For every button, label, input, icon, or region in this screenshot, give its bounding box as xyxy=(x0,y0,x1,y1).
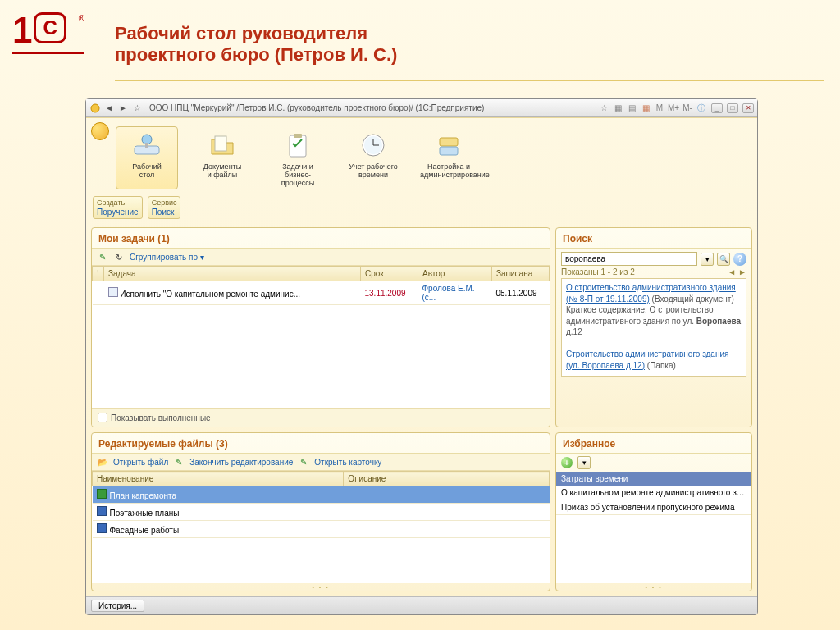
col-due[interactable]: Срок xyxy=(361,267,418,281)
slide-title-line2: проектного бюро (Петров И. С.) xyxy=(115,44,397,65)
desktop-icon xyxy=(130,130,163,160)
fav-more-button[interactable]: ▾ xyxy=(578,456,591,469)
search-dropdown-button[interactable]: ▾ xyxy=(701,253,714,266)
server-icon xyxy=(432,130,465,160)
svg-rect-3 xyxy=(145,143,148,148)
maximize-button[interactable]: □ xyxy=(727,103,738,113)
edit-icon[interactable]: ✎ xyxy=(97,251,108,262)
panel-search-header: Поиск xyxy=(556,228,751,249)
panel-favorites-header: Избранное xyxy=(556,433,751,454)
xls-icon xyxy=(97,489,107,499)
statusbar: История... xyxy=(86,596,757,614)
window-titlebar: ◄ ► ☆ ООО НПЦ "Меркурий" /Петров И.С. (р… xyxy=(86,99,757,117)
col-priority[interactable]: ! xyxy=(93,267,104,281)
open-file-icon: 📂 xyxy=(97,456,108,468)
search-go-button[interactable]: 🔍 xyxy=(717,253,730,266)
table-row[interactable]: Исполнить "О капитальном ремонте админис… xyxy=(93,281,550,305)
tab-desktop[interactable]: Рабочийстол xyxy=(116,126,178,189)
open-card-icon: ✎ xyxy=(298,456,309,468)
help-icon[interactable]: ? xyxy=(733,253,746,266)
panel-files: Редактируемые файлы (3) 📂Открыть файл ✎З… xyxy=(91,432,550,591)
clipboard-icon xyxy=(281,130,314,160)
favorites-group[interactable]: Затраты времени xyxy=(556,472,751,486)
group-create: Создать Поручение xyxy=(93,196,143,219)
info-icon[interactable]: ⓘ xyxy=(696,103,707,114)
col-name[interactable]: Наименование xyxy=(93,472,344,486)
clock-icon xyxy=(357,130,390,160)
panel-my-tasks-header: Мои задачи (1) xyxy=(92,228,550,249)
files-table[interactable]: Наименование Описание План капремонта По… xyxy=(92,471,550,538)
resize-grip[interactable]: • • • xyxy=(556,583,751,591)
nav-fwd-icon[interactable]: ► xyxy=(117,103,129,114)
window-title: ООО НПЦ "Меркурий" /Петров И.С. (руковод… xyxy=(149,103,598,112)
finish-edit-link[interactable]: Закончить редактирование xyxy=(189,458,293,467)
svg-rect-5 xyxy=(290,135,306,157)
doc-icon xyxy=(97,506,107,516)
tab-label: Рабочий xyxy=(132,162,161,171)
service-search-link[interactable]: Поиск xyxy=(152,208,177,217)
search-prev[interactable]: ◄ xyxy=(728,267,736,276)
tasks-table[interactable]: ! Задача Срок Автор Записана Исполнить "… xyxy=(92,266,550,305)
main-tabs: Рабочийстол Документыи файлы Задачи ибиз… xyxy=(86,118,757,193)
svg-point-0 xyxy=(91,104,99,112)
panel-favorites: Избранное + ▾ Затраты времени О капиталь… xyxy=(555,432,752,591)
col-desc[interactable]: Описание xyxy=(344,472,550,486)
slide-title: Рабочий стол руководителя проектного бюр… xyxy=(115,23,689,66)
group-service: Сервис Поиск xyxy=(148,196,181,219)
tool-icon-1[interactable]: ▦ xyxy=(612,103,623,114)
col-task[interactable]: Задача xyxy=(104,267,361,281)
table-row[interactable]: Поэтажные планы xyxy=(93,504,550,521)
resize-grip[interactable]: • • • xyxy=(92,583,550,591)
refresh-icon[interactable]: ↻ xyxy=(113,251,125,262)
open-file-link[interactable]: Открыть файл xyxy=(113,458,168,467)
col-author[interactable]: Автор xyxy=(418,267,492,281)
svg-rect-11 xyxy=(440,138,458,146)
title-separator xyxy=(115,80,824,81)
calendar-icon[interactable]: ▦ xyxy=(640,103,651,114)
tab-documents[interactable]: Документыи файлы xyxy=(191,126,253,189)
m-plus-btn[interactable]: M+ xyxy=(668,103,679,114)
show-done-label: Показывать выполненные xyxy=(111,413,211,422)
create-poruchenie-link[interactable]: Поручение xyxy=(97,208,139,217)
calc-icon[interactable]: ▤ xyxy=(626,103,637,114)
star-icon[interactable]: ☆ xyxy=(131,103,143,114)
table-row[interactable]: Фасадные работы xyxy=(93,521,550,538)
svg-rect-12 xyxy=(440,147,458,155)
close-button[interactable]: ✕ xyxy=(742,103,754,113)
tab-time[interactable]: Учет рабочеговремени xyxy=(342,126,404,189)
add-favorite-button[interactable]: + xyxy=(561,457,573,468)
history-button[interactable]: История... xyxy=(91,600,144,612)
app-window: ◄ ► ☆ ООО НПЦ "Меркурий" /Петров И.С. (р… xyxy=(85,98,758,615)
app-icon xyxy=(89,103,101,114)
m-btn[interactable]: M xyxy=(654,103,665,114)
minimize-button[interactable]: _ xyxy=(711,103,723,113)
group-by-link[interactable]: Сгруппировать по ▾ xyxy=(130,253,204,262)
panel-files-header: Редактируемые файлы (3) xyxy=(92,433,550,454)
m-minus-btn[interactable]: M- xyxy=(682,103,693,114)
col-written[interactable]: Записана xyxy=(492,267,550,281)
search-input[interactable] xyxy=(561,252,697,266)
panel-search: Поиск ▾ 🔍 ? Показаны 1 - 2 из 2 ◄► О стр… xyxy=(555,227,752,427)
finish-edit-icon: ✎ xyxy=(173,456,185,468)
list-item[interactable]: Приказ об установлении пропускного режим… xyxy=(556,500,751,515)
show-done-checkbox[interactable] xyxy=(98,413,107,422)
fav-star-icon[interactable]: ☆ xyxy=(598,103,609,114)
tab-tasks[interactable]: Задачи ибизнес-процессы xyxy=(267,126,329,189)
list-item[interactable]: О капитальном ремонте административного … xyxy=(556,486,751,500)
tab-admin[interactable]: Настройка иадминистрирование xyxy=(418,126,480,189)
search-results: О строительство административного здания… xyxy=(561,278,746,377)
slide-title-line1: Рабочий стол руководителя xyxy=(115,23,368,43)
folder-icon xyxy=(206,130,239,160)
svg-rect-4 xyxy=(215,136,226,151)
logo-1c: 1C® xyxy=(12,12,78,62)
table-row[interactable]: План капремонта xyxy=(93,486,550,504)
svg-rect-6 xyxy=(294,134,302,138)
group-service-label: Сервис xyxy=(152,199,177,207)
doc-icon xyxy=(97,523,107,533)
app-menu-button[interactable] xyxy=(91,122,109,140)
show-done-row[interactable]: Показывать выполненные xyxy=(92,408,550,427)
search-next[interactable]: ► xyxy=(738,267,746,276)
open-card-link[interactable]: Открыть карточку xyxy=(314,458,381,467)
nav-back-icon[interactable]: ◄ xyxy=(103,103,115,114)
favorites-list: Затраты времени О капитальном ремонте ад… xyxy=(556,472,751,583)
